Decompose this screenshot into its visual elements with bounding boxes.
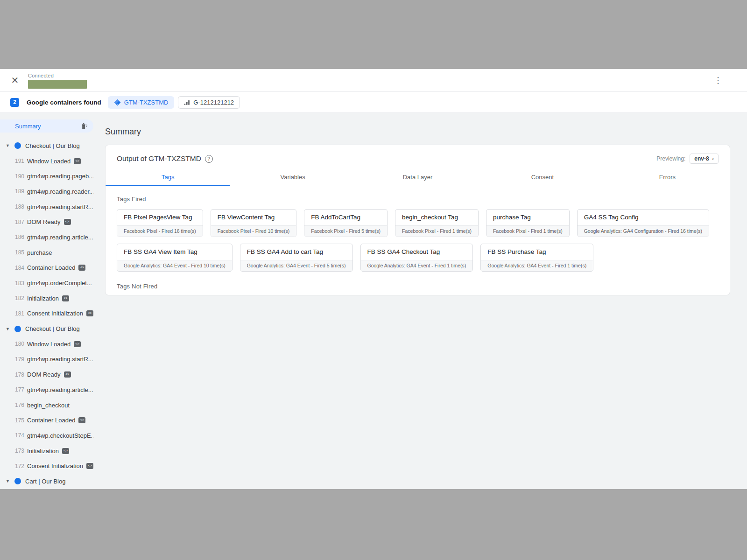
event-number: 173 bbox=[15, 448, 24, 454]
containers-found-label: Google containers found bbox=[27, 99, 101, 106]
tab-tags[interactable]: Tags bbox=[106, 169, 230, 186]
tag-fire-detail: Facebook Pixel - Fired 5 time(s) bbox=[304, 225, 387, 237]
event-item[interactable]: 174gtm4wp.checkoutStepE... bbox=[0, 428, 93, 443]
tag-name: FB SS Purchase Tag bbox=[481, 244, 593, 260]
event-label: gtm4wp.reading.startR... bbox=[27, 203, 93, 210]
help-icon[interactable]: ? bbox=[205, 155, 213, 163]
event-item[interactable]: 181Consent Initialization<> bbox=[0, 306, 93, 322]
fired-tag-card[interactable]: FB AddToCartTagFacebook Pixel - Fired 5 … bbox=[304, 209, 388, 237]
event-label: Consent Initialization bbox=[27, 310, 83, 317]
code-icon: <> bbox=[78, 265, 85, 271]
event-label: gtm4wp.reading.article... bbox=[27, 386, 93, 393]
content-area: Summary ▼Checkout | Our Blog191Window Lo… bbox=[0, 113, 747, 489]
code-icon: <> bbox=[64, 219, 71, 225]
tag-fire-detail: Facebook Pixel - Fired 1 time(s) bbox=[486, 225, 569, 237]
event-item[interactable]: 177gtm4wp.reading.article... bbox=[0, 382, 93, 398]
fired-tag-card[interactable]: GA4 SS Tag ConfigGoogle Analytics: GA4 C… bbox=[577, 209, 709, 237]
code-icon: <> bbox=[86, 463, 93, 469]
more-menu-icon[interactable]: ⋮ bbox=[713, 75, 723, 85]
output-card: Output of GTM-TXZSTMD ? Previewing: env-… bbox=[105, 145, 730, 295]
event-number: 185 bbox=[15, 249, 24, 256]
fired-tag-card[interactable]: begin_checkout TagFacebook Pixel - Fired… bbox=[395, 209, 479, 237]
tab-consent[interactable]: Consent bbox=[480, 169, 605, 186]
event-number: 174 bbox=[15, 432, 24, 439]
event-item[interactable]: 184Container Loaded<> bbox=[0, 260, 93, 276]
previewing-label: Previewing: bbox=[656, 155, 685, 162]
event-number: 187 bbox=[15, 219, 24, 225]
event-label: gtm4wp.orderComplet... bbox=[27, 280, 92, 287]
event-group-label: Checkout | Our Blog bbox=[25, 325, 80, 332]
event-item[interactable]: 182Initialization<> bbox=[0, 291, 93, 306]
event-label: begin_checkout bbox=[27, 402, 70, 409]
event-group[interactable]: ▼Cart | Our Blog bbox=[0, 474, 93, 489]
fired-tag-card[interactable]: FB ViewContent TagFacebook Pixel - Fired… bbox=[211, 209, 297, 237]
event-number: 179 bbox=[15, 356, 24, 363]
event-item[interactable]: 183gtm4wp.orderComplet... bbox=[0, 275, 93, 291]
gtm-container-id: GTM-TXZSTMD bbox=[124, 99, 169, 106]
tag-fire-detail: Google Analytics: GA4 Event - Fired 10 t… bbox=[117, 260, 232, 271]
tag-fire-detail: Google Analytics: GA4 Event - Fired 1 ti… bbox=[481, 260, 593, 271]
fired-tag-card[interactable]: FB SS GA4 View Item TagGoogle Analytics:… bbox=[117, 244, 233, 272]
tags-not-fired-value: None bbox=[117, 295, 719, 295]
tab-data-layer[interactable]: Data Layer bbox=[355, 169, 480, 186]
event-number: 183 bbox=[15, 280, 24, 287]
tag-name: GA4 SS Tag Config bbox=[578, 210, 709, 225]
tags-fired-row: FB Pixel PagesView TagFacebook Pixel - F… bbox=[117, 209, 719, 237]
event-item[interactable]: 186gtm4wp.reading.article... bbox=[0, 230, 93, 245]
close-icon[interactable]: ✕ bbox=[10, 76, 20, 85]
tag-fire-detail: Google Analytics: GA4 Event - Fired 5 ti… bbox=[240, 260, 352, 271]
tag-fire-detail: Google Analytics: GA4 Event - Fired 1 ti… bbox=[361, 260, 473, 271]
event-number: 175 bbox=[15, 417, 24, 424]
event-label: gtm4wp.reading.article... bbox=[27, 234, 93, 241]
event-group[interactable]: ▼Checkout | Our Blog bbox=[0, 138, 93, 154]
ga-container-chip[interactable]: G-1212121212 bbox=[178, 96, 240, 109]
event-item[interactable]: 180Window Loaded<> bbox=[0, 336, 93, 352]
event-item[interactable]: 185purchase bbox=[0, 245, 93, 260]
event-item[interactable]: 190gtm4wp.reading.pageb... bbox=[0, 168, 93, 184]
event-group[interactable]: ▼Checkout | Our Blog bbox=[0, 321, 93, 336]
page-dot-icon bbox=[14, 478, 21, 484]
fired-tag-card[interactable]: FB SS GA4 Checkout TagGoogle Analytics: … bbox=[360, 244, 473, 272]
event-item[interactable]: 189gtm4wp.reading.reader... bbox=[0, 184, 93, 199]
event-item[interactable]: 191Window Loaded<> bbox=[0, 154, 93, 169]
event-number: 177 bbox=[15, 386, 24, 393]
code-icon: <> bbox=[78, 417, 85, 423]
event-item[interactable]: 179gtm4wp.reading.startR... bbox=[0, 352, 93, 367]
event-number: 184 bbox=[15, 265, 24, 271]
event-item[interactable]: 173Initialization<> bbox=[0, 443, 93, 459]
connected-label: Connected bbox=[28, 73, 87, 78]
collapse-arrow-icon[interactable]: ▼ bbox=[6, 327, 10, 331]
event-item[interactable]: 175Container Loaded<> bbox=[0, 413, 93, 428]
collapse-arrow-icon[interactable]: ▼ bbox=[6, 143, 10, 148]
event-item[interactable]: 176begin_checkout bbox=[0, 398, 93, 413]
tag-name: FB SS GA4 View Item Tag bbox=[117, 244, 232, 260]
event-item[interactable]: 187DOM Ready<> bbox=[0, 214, 93, 230]
fired-tag-card[interactable]: FB SS Purchase TagGoogle Analytics: GA4 … bbox=[480, 244, 593, 272]
event-number: 186 bbox=[15, 234, 24, 240]
tag-name: FB AddToCartTag bbox=[304, 210, 387, 225]
fired-tag-card[interactable]: FB SS GA4 Add to cart TagGoogle Analytic… bbox=[240, 244, 353, 272]
tab-errors[interactable]: Errors bbox=[605, 169, 730, 186]
event-item[interactable]: 178DOM Ready<> bbox=[0, 367, 93, 382]
event-number: 172 bbox=[15, 463, 24, 469]
event-item[interactable]: 188gtm4wp.reading.startR... bbox=[0, 199, 93, 215]
tag-name: begin_checkout Tag bbox=[395, 210, 478, 225]
page-dot-icon bbox=[14, 142, 21, 149]
fired-tag-card[interactable]: purchase TagFacebook Pixel - Fired 1 tim… bbox=[486, 209, 570, 237]
tag-assistant-window: ✕ Connected ⋮ 2 Google containers found … bbox=[0, 69, 747, 489]
event-label: gtm4wp.reading.pageb... bbox=[27, 173, 93, 180]
sidebar-summary-item[interactable]: Summary bbox=[0, 119, 93, 133]
clear-list-icon[interactable] bbox=[80, 122, 88, 130]
env-chip[interactable]: env-8 › bbox=[690, 154, 719, 164]
tag-name: FB Pixel PagesView Tag bbox=[117, 210, 203, 225]
event-item[interactable]: 172Consent Initialization<> bbox=[0, 458, 93, 474]
tab-variables[interactable]: Variables bbox=[230, 169, 355, 186]
gtm-container-chip[interactable]: GTM-TXZSTMD bbox=[108, 96, 175, 109]
fired-tag-card[interactable]: FB Pixel PagesView TagFacebook Pixel - F… bbox=[117, 209, 203, 237]
event-number: 191 bbox=[15, 158, 24, 164]
event-label: gtm4wp.reading.reader... bbox=[27, 188, 93, 195]
tags-not-fired-label: Tags Not Fired bbox=[117, 283, 719, 290]
event-label: DOM Ready bbox=[27, 371, 61, 378]
tab-bar: TagsVariablesData LayerConsentErrors bbox=[106, 169, 730, 186]
collapse-arrow-icon[interactable]: ▼ bbox=[6, 479, 10, 483]
